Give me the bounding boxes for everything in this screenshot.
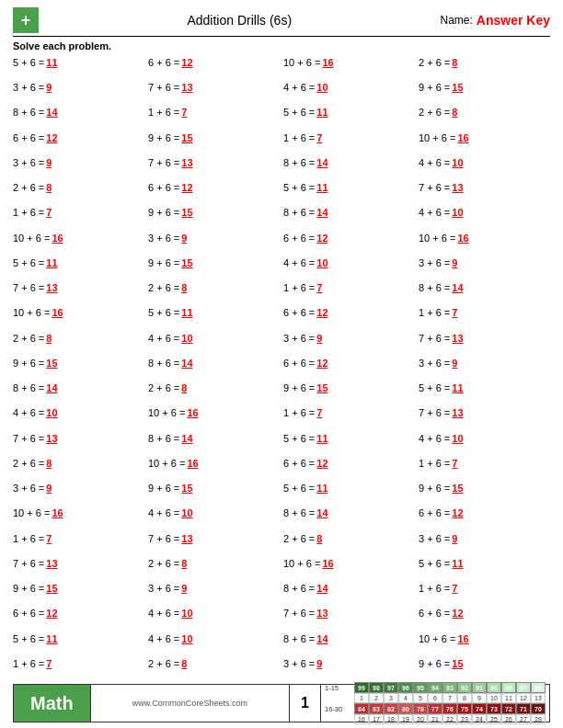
problem-item: 2 + 6 =8 xyxy=(419,55,550,79)
problem-item: 1 + 6 =7 xyxy=(419,581,550,605)
page-title: Addition Drills (6s) xyxy=(39,13,441,28)
problem-answer: 8 xyxy=(316,531,331,547)
score-num-label: 18 xyxy=(384,714,398,724)
problem-item: 10 + 6 =16 xyxy=(419,231,550,255)
problem-item: 3 + 6 =9 xyxy=(13,80,144,104)
problem-answer: 15 xyxy=(46,356,61,371)
score-cell: 70 xyxy=(531,703,546,714)
problem-equation: 8 + 6 = xyxy=(283,205,315,221)
problem-item: 9 + 6 =15 xyxy=(148,256,280,279)
score-cell: 72 xyxy=(501,703,516,714)
problem-item: 10 + 6 =16 xyxy=(13,506,144,529)
problem-item: 4 + 6 =10 xyxy=(283,256,415,279)
problem-item: 10 + 6 =16 xyxy=(13,231,144,255)
problem-equation: 1 + 6 = xyxy=(13,656,44,672)
problem-answer: 11 xyxy=(316,105,331,120)
problem-equation: 3 + 6 = xyxy=(283,331,315,347)
problem-answer: 7 xyxy=(46,531,61,547)
problem-item: 1 + 6 =7 xyxy=(283,405,415,429)
problem-equation: 4 + 6 = xyxy=(419,431,450,447)
score-cell: 74 xyxy=(472,703,487,714)
score-cell: 80 xyxy=(398,703,413,714)
problem-answer: 13 xyxy=(181,80,196,96)
score-cell: 95 xyxy=(413,682,428,693)
problem-answer: 7 xyxy=(46,205,61,221)
problem-equation: 3 + 6 = xyxy=(148,231,179,246)
problem-item: 4 + 6 =10 xyxy=(419,431,550,455)
problem-equation: 3 + 6 = xyxy=(419,531,450,547)
problem-equation: 10 + 6 = xyxy=(148,405,185,421)
problem-item: 4 + 6 =10 xyxy=(13,405,144,429)
problem-item: 6 + 6 =12 xyxy=(148,55,280,79)
problem-answer: 14 xyxy=(452,280,466,296)
problem-answer: 12 xyxy=(316,456,331,472)
problem-answer: 9 xyxy=(181,581,196,597)
score-num-label: 17 xyxy=(369,714,384,724)
problem-item: 3 + 6 =9 xyxy=(283,656,415,680)
problem-equation: 6 + 6 = xyxy=(283,356,315,371)
problem-answer: 7 xyxy=(452,456,466,472)
problem-equation: 9 + 6 = xyxy=(419,656,450,672)
problem-answer: 10 xyxy=(181,631,196,647)
problem-item: 9 + 6 =15 xyxy=(148,481,280,505)
score-range-label-1: 1-15 xyxy=(325,684,354,692)
problem-answer: 11 xyxy=(46,256,61,271)
problem-answer: 7 xyxy=(316,280,331,296)
problem-answer: 12 xyxy=(452,606,466,621)
problems-grid: 5 + 6 =116 + 6 =1210 + 6 =162 + 6 =83 + … xyxy=(13,55,550,680)
page-number: 1 xyxy=(289,685,321,722)
score-cell: 98 xyxy=(369,682,384,693)
problem-item: 6 + 6 =12 xyxy=(283,456,415,480)
problem-answer: 13 xyxy=(181,531,196,547)
score-num-label: 20 xyxy=(413,714,428,724)
problem-equation: 7 + 6 = xyxy=(419,180,450,196)
problem-equation: 1 + 6 = xyxy=(283,405,315,421)
problem-answer: 12 xyxy=(181,55,196,71)
problem-answer: 9 xyxy=(452,356,466,371)
score-cell: 93 xyxy=(442,682,457,693)
problem-item: 1 + 6 =7 xyxy=(13,531,144,555)
problem-answer: 13 xyxy=(46,431,61,447)
math-logo: Math xyxy=(14,685,91,722)
problem-item: 10 + 6 =16 xyxy=(148,456,280,480)
problem-answer: 16 xyxy=(457,631,472,647)
problem-item: 9 + 6 =15 xyxy=(13,356,144,380)
problem-answer: 15 xyxy=(452,80,466,96)
problem-item: 3 + 6 =9 xyxy=(148,231,280,255)
problem-item: 9 + 6 =15 xyxy=(13,581,144,605)
problem-answer: 16 xyxy=(457,131,472,146)
score-num-label: 16 xyxy=(354,714,369,724)
problem-equation: 10 + 6 = xyxy=(283,55,320,71)
problem-equation: 10 + 6 = xyxy=(148,456,185,472)
problem-equation: 1 + 6 = xyxy=(13,205,44,221)
problem-item: 3 + 6 =9 xyxy=(419,531,550,555)
score-cell: 73 xyxy=(487,703,501,714)
problem-equation: 5 + 6 = xyxy=(419,381,450,396)
score-num-label: 6 xyxy=(428,693,442,703)
problem-item: 7 + 6 =13 xyxy=(148,531,280,555)
problem-equation: 8 + 6 = xyxy=(283,506,315,521)
problem-item: 4 + 6 =10 xyxy=(148,331,280,355)
score-num-label: 9 xyxy=(472,693,487,703)
problem-item: 1 + 6 =7 xyxy=(13,205,144,229)
problem-item: 2 + 6 =8 xyxy=(148,556,280,580)
problem-answer: 10 xyxy=(46,405,61,421)
problem-answer: 9 xyxy=(316,331,331,347)
problem-answer: 8 xyxy=(181,381,196,396)
logo-symbol: + xyxy=(21,11,31,30)
problem-item: 7 + 6 =13 xyxy=(13,556,144,580)
problem-equation: 2 + 6 = xyxy=(13,331,44,347)
problem-equation: 8 + 6 = xyxy=(283,631,315,647)
score-num-label: 24 xyxy=(472,714,487,724)
problem-answer: 12 xyxy=(46,606,61,621)
problem-answer: 9 xyxy=(452,531,466,547)
problem-equation: 7 + 6 = xyxy=(13,556,44,572)
problem-equation: 2 + 6 = xyxy=(283,531,315,547)
problem-answer: 13 xyxy=(452,180,466,196)
problem-equation: 10 + 6 = xyxy=(419,131,455,146)
problem-item: 1 + 6 =7 xyxy=(419,456,550,480)
problem-equation: 9 + 6 = xyxy=(148,481,179,496)
problem-item: 4 + 6 =10 xyxy=(419,155,550,179)
problem-answer: 10 xyxy=(181,506,196,521)
problem-equation: 8 + 6 = xyxy=(148,431,179,447)
